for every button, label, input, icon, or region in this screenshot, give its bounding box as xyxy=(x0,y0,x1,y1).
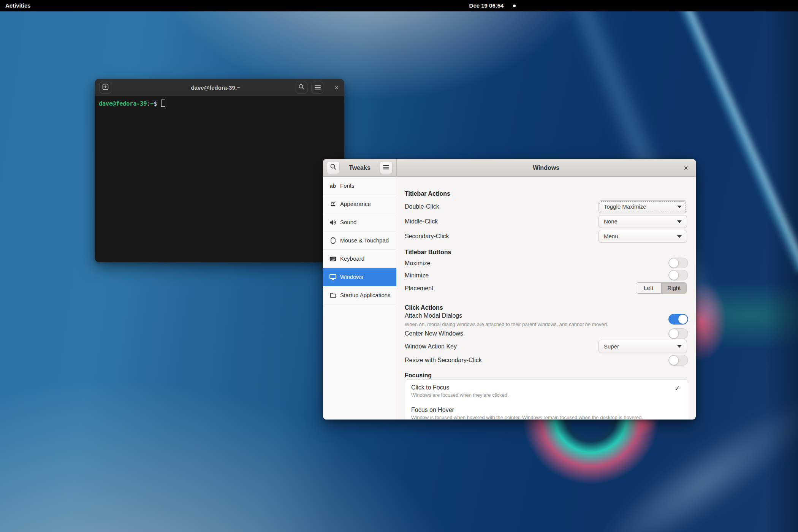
sidebar-item-windows[interactable]: Windows xyxy=(323,268,396,286)
sidebar-item-label: Keyboard xyxy=(340,250,364,268)
middle-click-dropdown[interactable]: None xyxy=(598,215,687,228)
monitor-icon xyxy=(329,268,337,286)
dropdown-value: None xyxy=(604,215,618,228)
section-heading-focusing: Focusing xyxy=(405,372,432,379)
middle-click-label: Middle-Click xyxy=(405,218,438,225)
terminal-close-button[interactable]: × xyxy=(331,82,342,93)
secondary-click-label: Secondary-Click xyxy=(405,233,449,240)
desktop: Activities Dec 19 06:54 dave@fedora-39:~ xyxy=(0,0,798,532)
click-to-focus-option[interactable]: Click to Focus Windows are focused when … xyxy=(405,380,688,402)
minimize-toggle[interactable] xyxy=(668,270,688,280)
chevron-down-icon xyxy=(677,345,682,348)
sidebar-item-mouse-touchpad[interactable]: Mouse & Touchpad xyxy=(323,231,396,250)
tweaks-window: Tweaks Windows × ab Fonts Appear xyxy=(323,159,696,420)
sidebar-item-appearance[interactable]: Appearance xyxy=(323,195,396,213)
center-new-windows-label: Center New Windows xyxy=(405,330,463,337)
window-action-key-dropdown[interactable]: Super xyxy=(598,340,687,353)
new-tab-button[interactable] xyxy=(100,82,111,93)
minimize-label: Minimize xyxy=(405,272,429,279)
sidebar-item-label: Mouse & Touchpad xyxy=(340,231,389,250)
section-heading-click-actions: Click Actions xyxy=(405,304,443,311)
appearance-icon xyxy=(329,195,337,213)
app-title: Tweaks xyxy=(340,159,380,177)
center-new-windows-toggle[interactable] xyxy=(668,328,688,339)
dropdown-value: Menu xyxy=(604,230,618,242)
sidebar-item-label: Startup Applications xyxy=(340,286,391,304)
attach-modal-dialogs-label: Attach Modal Dialogs xyxy=(405,312,462,319)
dropdown-value: Toggle Maximize xyxy=(604,201,646,213)
prompt-dollar: $ xyxy=(154,100,157,107)
terminal-search-button[interactable] xyxy=(296,82,307,93)
terminal-window: dave@fedora-39:~ × dave@fedora-39:~$ xyxy=(95,79,344,262)
windows-settings-panel: Titlebar Actions Double-Click Toggle Max… xyxy=(396,177,696,420)
double-click-label: Double-Click xyxy=(405,203,439,210)
attach-modal-dialogs-toggle[interactable] xyxy=(668,314,688,325)
terminal-prompt: dave@fedora-39:~$ xyxy=(99,100,165,107)
chevron-down-icon xyxy=(677,220,682,223)
placement-left-button[interactable]: Left xyxy=(636,283,662,293)
prompt-path: ~ xyxy=(150,100,154,107)
focus-on-hover-description: Window is focused when hovered with the … xyxy=(411,415,643,420)
panel-title: Windows xyxy=(396,159,696,177)
section-heading-titlebar-actions: Titlebar Actions xyxy=(405,190,450,197)
search-icon xyxy=(298,84,305,92)
terminal-titlebar[interactable]: dave@fedora-39:~ × xyxy=(95,79,344,97)
new-tab-icon xyxy=(102,84,109,92)
click-to-focus-description: Windows are focused when they are clicke… xyxy=(411,392,509,398)
focusing-options-card: Click to Focus Windows are focused when … xyxy=(405,379,688,420)
tweaks-menu-button[interactable] xyxy=(380,161,393,174)
resize-with-secondary-click-label: Resize with Secondary-Click xyxy=(405,357,482,364)
sidebar-item-label: Fonts xyxy=(340,177,355,195)
toggle-knob xyxy=(669,270,679,280)
terminal-content[interactable]: dave@fedora-39:~$ xyxy=(95,96,344,262)
notification-dot-icon xyxy=(513,5,516,7)
toggle-knob xyxy=(669,329,679,339)
terminal-cursor xyxy=(161,100,165,107)
sidebar-item-keyboard[interactable]: Keyboard xyxy=(323,250,396,268)
hamburger-menu-icon xyxy=(383,164,389,171)
keyboard-icon xyxy=(329,250,337,268)
speaker-icon xyxy=(329,213,337,231)
prompt-user-host: dave@fedora-39 xyxy=(99,100,147,107)
sidebar-item-label: Sound xyxy=(340,213,356,231)
toggle-knob xyxy=(669,258,679,268)
maximize-toggle[interactable] xyxy=(668,258,688,268)
dropdown-value: Super xyxy=(604,340,619,353)
toggle-knob xyxy=(669,355,679,365)
resize-with-secondary-click-toggle[interactable] xyxy=(668,355,688,366)
maximize-label: Maximize xyxy=(405,260,431,267)
check-icon: ✓ xyxy=(674,384,680,393)
activities-button[interactable]: Activities xyxy=(5,0,31,11)
terminal-title: dave@fedora-39:~ xyxy=(141,79,291,96)
chevron-down-icon xyxy=(677,235,682,238)
folder-icon xyxy=(329,286,337,304)
sidebar-item-sound[interactable]: Sound xyxy=(323,213,396,231)
focus-on-hover-option[interactable]: Focus on Hover Window is focused when ho… xyxy=(405,402,688,420)
sidebar-item-fonts[interactable]: ab Fonts xyxy=(323,177,396,195)
search-icon xyxy=(330,163,337,172)
terminal-menu-button[interactable] xyxy=(312,82,323,93)
click-to-focus-label: Click to Focus xyxy=(411,384,449,391)
tweaks-close-button[interactable]: × xyxy=(681,163,691,173)
close-icon: × xyxy=(684,164,688,173)
placement-label: Placement xyxy=(405,285,434,292)
tweaks-headerbar[interactable]: Tweaks Windows × xyxy=(323,159,696,177)
top-bar: Activities Dec 19 06:54 xyxy=(0,0,798,11)
tweaks-search-button[interactable] xyxy=(327,161,340,174)
attach-modal-dialogs-description: When on, modal dialog windows are attach… xyxy=(405,321,608,327)
fonts-icon: ab xyxy=(329,177,337,195)
window-action-key-label: Window Action Key xyxy=(405,343,457,350)
sidebar-item-startup-applications[interactable]: Startup Applications xyxy=(323,286,396,304)
secondary-click-dropdown[interactable]: Menu xyxy=(598,230,687,243)
double-click-dropdown[interactable]: Toggle Maximize xyxy=(598,200,687,213)
mouse-icon xyxy=(329,231,337,250)
placement-right-button[interactable]: Right xyxy=(662,283,687,293)
tweaks-sidebar: ab Fonts Appearance Sound Mouse & Touch xyxy=(323,177,396,420)
section-heading-titlebar-buttons: Titlebar Buttons xyxy=(405,249,451,256)
header-separator xyxy=(396,159,397,177)
sidebar-item-label: Windows xyxy=(340,268,363,286)
close-icon: × xyxy=(334,84,339,92)
chevron-down-icon xyxy=(677,206,682,208)
toggle-knob xyxy=(678,314,688,324)
sidebar-item-label: Appearance xyxy=(340,195,371,213)
